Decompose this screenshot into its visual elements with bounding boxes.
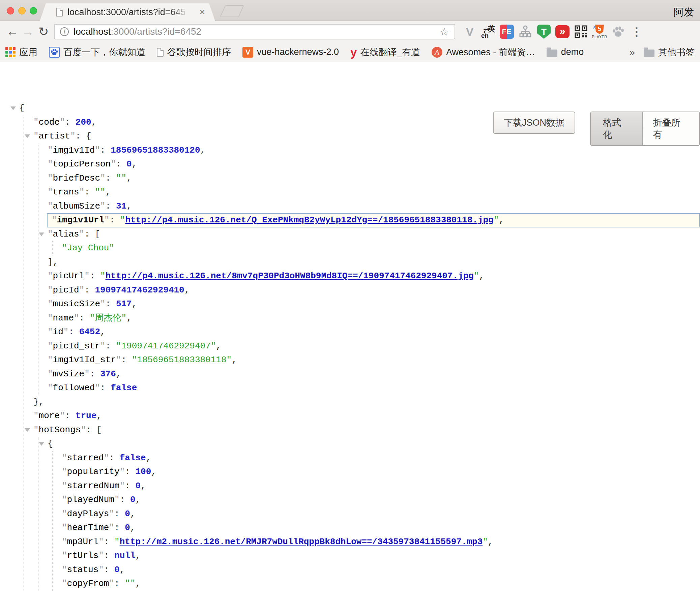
json-key: dayPlays: [67, 509, 109, 519]
json-colon: :: [125, 467, 135, 477]
shield-t-icon[interactable]: T: [536, 24, 552, 39]
json-quote: ": [63, 327, 69, 337]
json-line: "Jay Chou": [0, 241, 700, 255]
window-minimize-button[interactable]: [18, 7, 26, 14]
page-info-icon[interactable]: i: [60, 27, 69, 36]
json-quote: ": [48, 145, 53, 155]
tab-close-icon[interactable]: ×: [200, 7, 205, 17]
collapse-toggle-icon[interactable]: [39, 442, 44, 446]
collapse-toggle-icon[interactable]: [10, 106, 16, 110]
paw-icon[interactable]: [610, 24, 626, 39]
json-quote: ": [104, 453, 109, 463]
json-value-null: null: [114, 551, 135, 561]
json-quote: ": [60, 117, 65, 127]
json-value-num: 0: [114, 565, 120, 575]
json-comma: ,: [151, 467, 156, 477]
qrcode-icon[interactable]: [573, 24, 589, 39]
forward-button[interactable]: →: [20, 25, 36, 39]
json-quote: ": [100, 271, 106, 281]
collapse-toggle-icon[interactable]: [25, 134, 30, 138]
json-value-num: 19097417462929410: [95, 285, 184, 295]
browser-tab[interactable]: localhost:3000/artists?id=645 ×: [40, 3, 215, 21]
json-quote: ": [98, 551, 104, 561]
vue-devtools-icon[interactable]: V: [462, 24, 477, 39]
json-quote: ": [121, 313, 126, 323]
bookmark-youdao-translate[interactable]: y 在线翻译_有道: [350, 46, 420, 58]
other-bookmarks-folder[interactable]: 其他书签: [644, 46, 695, 58]
json-open-bracket: [: [96, 425, 102, 435]
bookmark-demo-folder[interactable]: demo: [547, 47, 584, 57]
json-quote: ": [62, 453, 67, 463]
json-line: "code": 200,: [0, 116, 700, 130]
json-key: id: [53, 327, 63, 337]
json-comma: ,: [96, 411, 102, 421]
json-quote: ": [62, 551, 67, 561]
html5-player-icon[interactable]: s 5 PLAYER: [592, 24, 607, 39]
json-line: "name": "周杰伦",: [0, 311, 700, 325]
json-quote: ": [48, 327, 53, 337]
json-value-bool: false: [111, 383, 137, 393]
bookmark-label: 百度一下，你就知道: [63, 46, 145, 58]
bookmark-awesomes[interactable]: A Awesomes - 前端资…: [432, 46, 535, 58]
url-text[interactable]: localhost:3000/artists?id=6452: [74, 26, 201, 37]
json-open-bracket: {: [19, 103, 25, 113]
json-colon: :: [68, 327, 79, 337]
json-colon: :: [86, 425, 96, 435]
json-quote: ": [48, 229, 53, 239]
json-quote: ": [48, 383, 53, 393]
json-line: "starred": false,: [0, 451, 700, 465]
json-line: "artist": {: [0, 129, 700, 144]
json-close-bracket: ],: [48, 257, 58, 267]
folder-icon: [547, 50, 557, 57]
json-quote: ": [109, 243, 114, 253]
json-comma: ,: [130, 509, 136, 519]
json-quote: ": [116, 341, 121, 351]
bookmark-star-icon[interactable]: ☆: [439, 25, 449, 38]
json-quote: ": [95, 383, 100, 393]
back-button[interactable]: ←: [5, 25, 20, 39]
json-quote: ": [109, 509, 114, 519]
reload-button[interactable]: ↻: [36, 25, 51, 39]
json-key: trans: [53, 187, 79, 197]
json-comma: ,: [488, 537, 493, 547]
json-key: picUrl: [53, 271, 85, 281]
page-content: 下载JSON数据 格式化 折叠所有 {"code": 200,"artist":…: [0, 101, 700, 591]
bookmarks-overflow-chevron[interactable]: »: [629, 46, 635, 58]
json-key: rtUrls: [67, 551, 99, 561]
vue-v-icon: V: [242, 47, 253, 58]
bookmark-vue-hackernews[interactable]: V vue-hackernews-2.0: [242, 47, 339, 58]
json-key: img1v1Url: [57, 215, 104, 225]
json-value-link[interactable]: http://p4.music.126.net/8mv7qP30Pd3oHW8b…: [106, 271, 474, 281]
window-close-button[interactable]: [7, 7, 14, 14]
json-quote: ": [98, 565, 104, 575]
sitemap-icon[interactable]: [518, 24, 533, 39]
bookmark-label: 在线翻译_有道: [360, 46, 420, 58]
json-key: more: [39, 411, 60, 421]
collapse-toggle-icon[interactable]: [25, 428, 30, 432]
json-quote: ": [95, 187, 100, 197]
new-tab-button[interactable]: [220, 5, 244, 17]
bookmark-apps[interactable]: 应用: [5, 46, 37, 58]
bookmark-google-sort[interactable]: 谷歌按时间排序: [157, 46, 231, 58]
collapse-toggle-icon[interactable]: [39, 232, 44, 236]
json-comma: ,: [216, 341, 221, 351]
address-bar[interactable]: i localhost:3000/artists?id=6452 ☆: [54, 24, 455, 39]
window-zoom-button[interactable]: [30, 7, 37, 14]
json-value-string: Jay Chou: [67, 243, 109, 253]
json-key: musicSize: [53, 299, 100, 309]
json-quote: ": [227, 355, 232, 365]
json-quote: ": [79, 187, 85, 197]
json-key: picId_str: [53, 341, 100, 351]
browser-menu-icon[interactable]: ⋮: [629, 24, 644, 39]
json-value-link[interactable]: http://m2.music.126.net/RMJR7wDullRqppBk…: [120, 537, 483, 547]
translate-icon[interactable]: 英 en ⇄: [480, 24, 496, 39]
fe-extension-icon[interactable]: FE: [499, 24, 515, 39]
url-path: :3000/artists?id=6452: [111, 26, 202, 37]
json-value-num: 0: [130, 495, 136, 505]
json-value-link[interactable]: http://p4.music.126.net/Q_ExePNkmqB2yWyL…: [125, 215, 493, 225]
video-play-icon[interactable]: »: [555, 24, 570, 39]
bookmark-baidu[interactable]: 百度一下，你就知道: [49, 46, 145, 58]
json-quote: ": [33, 411, 39, 421]
json-quote: ": [48, 173, 53, 183]
json-comma: ,: [106, 187, 111, 197]
